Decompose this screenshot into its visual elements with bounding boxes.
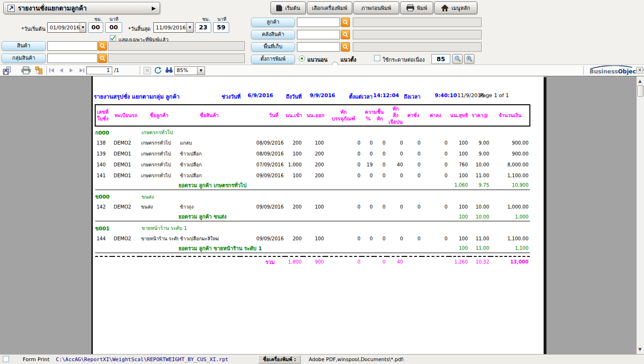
cell-net: 100: [449, 148, 469, 159]
logo-text: BusinessObjects®: [590, 68, 644, 75]
viewer-zoom-combo[interactable]: 85% ▼: [174, 66, 205, 75]
cell-win: 100: [285, 148, 303, 159]
scale-zoom-out-button[interactable]: [452, 54, 463, 64]
binoculars-icon: [165, 67, 173, 73]
group-total-row: ยอดรวม ลูกค้า ขนส่ง10010.001,000: [95, 212, 530, 221]
storage-input[interactable]: [297, 42, 340, 52]
scroll-down-icon[interactable]: ▼: [638, 347, 642, 352]
cell-no: 139: [95, 148, 112, 159]
continuous-paper-checkbox[interactable]: [374, 55, 380, 61]
end-minute-field[interactable]: 59: [213, 22, 229, 33]
table-row: 144DEMO2ขายหน้าร้าน ระดับ 1ข้าวเปลือกมะล…: [95, 233, 530, 244]
col-header-customer: ชื่อลูกค้า: [140, 105, 179, 126]
next-page-icon: [69, 68, 74, 73]
previous-page-button[interactable]: [59, 68, 63, 74]
print-button[interactable]: พิมพ์: [400, 1, 433, 14]
storage-search-button[interactable]: [341, 42, 350, 52]
printer-name-value: Adobe PDF,winspool,Documents\*.pdf:: [309, 356, 404, 362]
cell-amount: 1,100.00: [491, 233, 530, 244]
main-menu-button[interactable]: เมนูหลัก: [434, 1, 477, 14]
end-date-combo[interactable]: 11/09/2016 ▼: [153, 22, 194, 33]
cell-no: 141: [95, 170, 112, 181]
report-title-button[interactable]: รายงานชั่งแยกตามลูกค้า ▶: [3, 2, 160, 14]
select-printer-button[interactable]: เลือกเครื่องพิมพ์: [307, 1, 352, 14]
start-date-combo[interactable]: 01/09/2016 ▼: [47, 22, 86, 33]
end-date-value: 11/09/2016: [154, 25, 186, 31]
form-print-checkbox[interactable]: [3, 356, 9, 362]
col-header-weight-out: นน.ออก: [303, 105, 325, 126]
chevron-down-icon[interactable]: ▼: [197, 67, 205, 74]
storage-button[interactable]: พื้นที่เก็บ: [251, 42, 295, 52]
scroll-up-icon[interactable]: ▲: [638, 79, 642, 83]
product-group-button[interactable]: กลุ่มสินค้า: [1, 54, 46, 63]
print-report-button[interactable]: [21, 66, 31, 76]
first-page-icon: [49, 68, 54, 73]
group-total-amount: 10,900: [491, 181, 530, 190]
end-date-label: *วันสิ้นสุด: [122, 25, 151, 33]
cell-win: 200: [285, 233, 303, 244]
page-title: รายงานชั่งแยกตามลูกค้า: [18, 3, 87, 13]
date-to-label: ถึงวันที่: [286, 92, 302, 101]
cell-pack: 0: [325, 159, 362, 170]
page-number-field[interactable]: 1: [86, 66, 112, 74]
product-search-button[interactable]: [98, 41, 107, 51]
group-total-amount: 1,100: [491, 244, 530, 253]
cell-wout: 100: [303, 233, 325, 244]
end-hour-field[interactable]: 23: [195, 22, 211, 33]
customer-input[interactable]: [297, 18, 340, 27]
print-scale-field[interactable]: 85: [431, 54, 450, 64]
group-code: ข001: [95, 224, 140, 233]
refresh-button[interactable]: [154, 66, 162, 76]
foot-filler: [95, 212, 179, 221]
cell-plate: DEMO1: [112, 148, 140, 159]
cell-wfee: 0: [404, 201, 422, 212]
search-icon: [342, 19, 349, 26]
cell-amount: 8,000.00: [491, 159, 530, 170]
search-icon: [342, 44, 349, 50]
cell-mpct: 0: [362, 201, 374, 212]
chevron-down-icon[interactable]: ▼: [80, 23, 86, 32]
col-header-plate: ทะเบียนรถ: [112, 105, 140, 126]
stop-loading-button[interactable]: ×: [143, 67, 151, 74]
warehouse-search-button[interactable]: [341, 30, 350, 39]
scrollbar-thumb[interactable]: [637, 85, 644, 97]
close-viewer-button[interactable]: ×: [636, 67, 643, 73]
product-input[interactable]: [47, 41, 98, 51]
first-page-button[interactable]: [49, 68, 54, 74]
warehouse-button[interactable]: คลังสินค้า: [251, 30, 295, 39]
chevron-down-icon[interactable]: ▼: [186, 23, 193, 32]
customer-search-button[interactable]: [341, 18, 350, 27]
product-button[interactable]: สินค้า: [1, 41, 46, 51]
grand-total-win: 1,800: [285, 256, 303, 267]
cell-date: 08/09/2016: [240, 137, 285, 148]
print-preview-button[interactable]: ภาพก่อนพิมพ์: [353, 1, 399, 14]
cell-wfee: 0: [404, 233, 422, 244]
cell-imp: 0: [387, 233, 404, 244]
vertical-scrollbar[interactable]: ▲ ▼: [636, 76, 644, 354]
warehouse-name-field: [353, 30, 482, 39]
group-tree-toggle-button[interactable]: [35, 66, 43, 76]
export-button[interactable]: [3, 66, 11, 76]
print-setup-button[interactable]: ตั้งการพิมพ์: [251, 55, 295, 64]
warehouse-input[interactable]: [297, 30, 340, 39]
printed-only-checkbox[interactable]: [110, 35, 116, 41]
group-code: ก000: [95, 128, 140, 137]
start-hour-field[interactable]: 00: [88, 22, 103, 33]
customer-button[interactable]: ลูกค้า: [251, 18, 295, 27]
group-filler: [285, 192, 530, 201]
product-group-search-button[interactable]: [98, 54, 107, 63]
start-button[interactable]: เริ่มต้น: [270, 1, 306, 14]
cell-net: 760: [449, 159, 469, 170]
scale-zoom-in-button[interactable]: [464, 54, 474, 64]
product-group-input[interactable]: [47, 54, 98, 63]
grand-total-wout: 900: [303, 256, 325, 267]
title-arrow-icon[interactable]: ▶: [152, 5, 156, 11]
landscape-radio[interactable]: [299, 55, 305, 62]
grand-total-imp: 40: [387, 256, 404, 267]
next-page-button[interactable]: [69, 68, 74, 74]
find-text-button[interactable]: [165, 67, 173, 75]
group-name: ขายหน้าร้าน ระดับ 1: [140, 224, 285, 233]
start-minute-field[interactable]: 00: [105, 22, 122, 33]
cell-imp: 0: [387, 137, 404, 148]
last-page-button[interactable]: [79, 68, 85, 74]
